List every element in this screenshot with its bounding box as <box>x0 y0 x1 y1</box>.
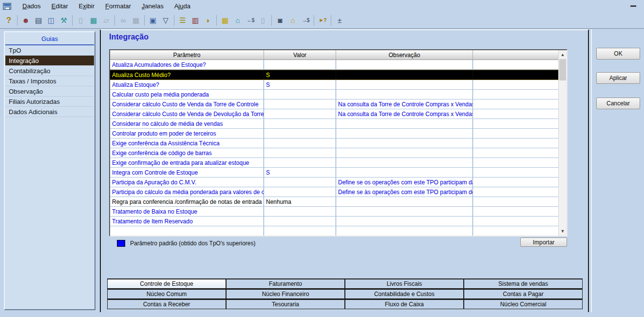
table-row-selected[interactable]: Atualiza Custo Médio?S <box>110 70 558 80</box>
scrollbar-down-icon[interactable]: ▼ <box>559 227 567 235</box>
column-list-icon[interactable]: ▥ <box>189 15 202 26</box>
sidebar-item-integracao[interactable]: Integração <box>5 56 94 66</box>
main-panel: Integração Parâmetro Valor Observação At… <box>100 29 589 312</box>
table-row[interactable]: Atualiza Estoque?S <box>110 80 558 90</box>
scrollbar-thumb[interactable] <box>559 59 566 80</box>
table-row[interactable]: Considerar cálculo Custo de Venda da Tor… <box>110 99 558 109</box>
tab-sistema-de-vendas[interactable]: Sistema de vendas <box>464 278 583 289</box>
table-row[interactable]: Calcular custo pela média ponderada <box>110 90 558 99</box>
rolodex-icon[interactable]: ◗ <box>202 15 214 26</box>
tab-contabilidade-e-custos[interactable]: Contabilidade e Custos <box>345 289 464 299</box>
cell-valor <box>264 207 336 216</box>
trash-icon: ▯ <box>75 15 87 26</box>
cell-observacao <box>336 217 473 226</box>
filter-funnel-icon[interactable]: ▽ <box>159 15 172 26</box>
tab-contas-a-pagar[interactable]: Contas a Pagar <box>464 289 583 299</box>
tab-nucleo-financeiro[interactable]: Núcleo Financeiro <box>226 289 345 299</box>
report-icon[interactable]: ◫ <box>45 15 57 26</box>
cell-extra <box>473 99 558 109</box>
cell-observacao <box>336 60 473 69</box>
table-row[interactable]: Regra para conferencia /confirmação de n… <box>110 197 558 207</box>
table-row[interactable] <box>110 226 558 236</box>
cell-extra <box>473 226 558 236</box>
new-window-icon[interactable]: ▣ <box>147 15 159 26</box>
cell-observacao <box>336 168 473 177</box>
menu-exibir[interactable]: Exibir <box>74 0 100 12</box>
cell-valor <box>264 60 336 69</box>
cell-observacao <box>336 207 473 216</box>
table-row[interactable]: Integra com Controle de EstoqueS <box>110 168 558 178</box>
tab-faturamento[interactable]: Faturamento <box>226 278 345 289</box>
ok-button[interactable]: OK <box>596 48 640 59</box>
sidebar-item-tpo[interactable]: TpO <box>5 45 94 56</box>
table-row[interactable]: Exige conferência da Assistência Técnica <box>110 139 558 148</box>
cell-observacao <box>336 90 473 99</box>
table-row[interactable]: Exige confirmação de entrada para atuali… <box>110 158 558 168</box>
table-row[interactable]: Participa da Apuração do C.M.V.Define se… <box>110 178 558 187</box>
help-icon[interactable]: ? <box>2 15 15 26</box>
table-row[interactable]: Controlar produto em poder de terceiros <box>110 129 558 139</box>
print-icon[interactable]: ▤ <box>32 15 45 26</box>
menu-dados[interactable]: Dados <box>17 0 46 12</box>
table-window-icon[interactable]: ▦ <box>219 15 231 26</box>
sidebar-item-observacao[interactable]: Observação <box>5 86 94 97</box>
aplicar-button[interactable]: Aplicar <box>596 72 640 84</box>
person-window-icon[interactable]: ◙ <box>274 15 286 26</box>
header-extra <box>473 50 558 59</box>
menu-janelas[interactable]: Janelas <box>136 0 169 12</box>
sidebar-item-dados-adicionais[interactable]: Dados Adicionais <box>5 107 94 117</box>
scrollbar-up-icon[interactable]: ▲ <box>559 51 567 59</box>
parameters-table: Parâmetro Valor Observação Atualiza Acum… <box>109 49 568 237</box>
tree-view-icon[interactable]: ☰ <box>176 15 189 26</box>
cell-observacao <box>336 158 473 167</box>
cell-valor <box>264 148 336 158</box>
title-bar: Dados Editar Exibir Formatar Janelas Aju… <box>0 0 644 12</box>
table-row[interactable]: Participa do cálculo da média ponderada … <box>110 187 558 197</box>
legend: Parâmetro padrão (obtido dos TpO's super… <box>117 240 256 247</box>
cancelar-button[interactable]: Cancelar <box>596 98 640 109</box>
table-row[interactable]: Tratamento de Item Reservado <box>110 217 558 226</box>
new-table-icon[interactable]: ▦ <box>87 15 100 26</box>
page-title: Integração <box>109 33 149 41</box>
table-scrollbar[interactable]: ▲ ▼ <box>558 50 567 236</box>
cell-parametro: Considerar cálculo Custo de Venda da Tor… <box>110 99 264 109</box>
importar-button[interactable]: Importar <box>520 238 567 247</box>
table-row[interactable]: Considerar cálculo Custo de Venda de Dev… <box>110 109 558 119</box>
tab-nucleo-comum[interactable]: Núcleo Comum <box>107 289 226 299</box>
cell-parametro: Tratamento de Baixa no Estoque <box>110 207 264 216</box>
table-row[interactable]: Atualiza Acumuladores de Estoque? <box>110 60 558 70</box>
house-in-icon[interactable]: ⌂ <box>231 15 244 26</box>
toolbar-separator <box>331 15 331 26</box>
minimize-button[interactable] <box>630 5 636 7</box>
tab-contas-a-receber[interactable]: Contas a Receber <box>107 299 226 309</box>
dollar-out-icon[interactable]: →$ <box>299 15 312 26</box>
tab-livros-fiscais[interactable]: Livros Fiscais <box>345 278 464 289</box>
tab-tesouraria[interactable]: Tesouraria <box>226 299 345 309</box>
sidebar-item-contabilizacao[interactable]: Contabilização <box>5 66 94 76</box>
cell-valor: S <box>264 80 336 89</box>
sidebar-item-taxas-impostos[interactable]: Taxas / Impostos <box>5 76 94 86</box>
sidebar-item-filiais-autorizadas[interactable]: Filiais Autorizadas <box>5 97 94 107</box>
table-row[interactable]: Considerar no cálculo de média de vendas <box>110 119 558 129</box>
module-tabs: Controle de Estoque Faturamento Livros F… <box>107 278 583 309</box>
header-valor: Valor <box>264 50 336 59</box>
menu-formatar[interactable]: Formatar <box>100 0 136 12</box>
cell-observacao: Define se às operações com este TPO part… <box>336 187 473 197</box>
tools-icon[interactable]: ⚒ <box>57 15 70 26</box>
tab-fluxo-de-caixa[interactable]: Fluxo de Caixa <box>345 299 464 309</box>
tab-controle-de-estoque[interactable]: Controle de Estoque <box>107 278 226 289</box>
help-pointer-icon[interactable]: ►? <box>316 15 329 26</box>
menu-editar[interactable]: Editar <box>46 0 74 12</box>
user-record-icon[interactable]: ☻ <box>19 15 32 26</box>
dollar-in-icon[interactable]: ←$ <box>244 15 257 26</box>
table-row[interactable]: Exige conferência de código de barras <box>110 148 558 158</box>
plus-minus-icon[interactable]: ± <box>333 15 346 26</box>
table-row[interactable]: Tratamento de Baixa no Estoque <box>110 207 558 217</box>
house-arrow-icon[interactable]: ⌂ <box>286 15 299 26</box>
cell-valor <box>264 217 336 226</box>
tab-nucleo-comercial[interactable]: Núcleo Comercial <box>464 299 583 309</box>
app-window-icon[interactable] <box>3 3 11 10</box>
cell-valor <box>264 139 336 148</box>
menu-ajuda[interactable]: Ajuda <box>169 0 196 12</box>
notebook-icon: ▯ <box>257 15 269 26</box>
